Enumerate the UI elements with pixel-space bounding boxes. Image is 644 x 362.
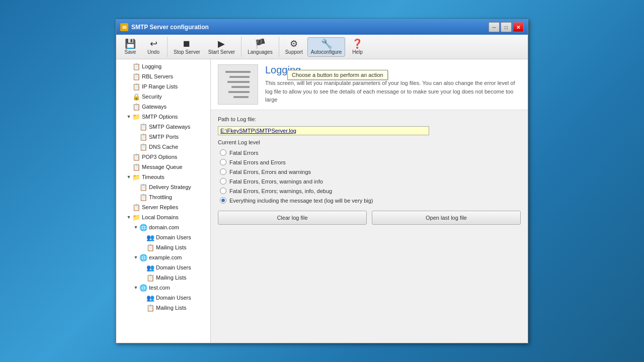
security-icon: 🔒 (132, 93, 140, 101)
sidebar-item-smtp-gateways[interactable]: 📋 SMTP Gateways (116, 122, 210, 132)
server-replies-icon: 📋 (132, 203, 140, 211)
toolbar-separator-3 (279, 37, 279, 57)
sidebar-item-throttling[interactable]: 📋 Throttling (116, 192, 210, 202)
log-line-1 (225, 71, 251, 73)
start-server-label: Start Server (208, 49, 235, 55)
log-path-input[interactable] (218, 126, 429, 135)
sidebar-item-security[interactable]: 🔒 Security (116, 92, 210, 102)
help-button[interactable]: ❓ Help (346, 37, 368, 57)
expand-icon: ▼ (132, 284, 139, 291)
sidebar-item-dns-cache[interactable]: 📋 DNS Cache (116, 142, 210, 152)
radio-fatal-errors-warnings[interactable] (220, 168, 226, 175)
title-bar: ✉ SMTP Server configuration ─ □ ✕ (116, 20, 528, 35)
sidebar-item-mailing-lists-2[interactable]: 📋 Mailing Lists (116, 273, 210, 283)
content-body: Path to Log file: Current Log level Fata… (211, 110, 528, 231)
message-queue-icon: 📋 (132, 163, 140, 171)
sidebar-item-local-domains[interactable]: ▼ 📁 Local Domains (116, 212, 210, 222)
autoconfigure-button[interactable]: 🔧 Autoconfigure (307, 37, 346, 57)
radio-row-0[interactable]: Fatal Errors (220, 149, 521, 156)
expand-icon (139, 304, 146, 311)
expand-icon: ▼ (132, 254, 139, 261)
sidebar-item-smtp-ports[interactable]: 📋 SMTP Ports (116, 132, 210, 142)
sidebar-item-domain-users-2[interactable]: 👥 Domain Users (116, 262, 210, 273)
sidebar-item-domain-com[interactable]: ▼ 🌐 domain.com (116, 222, 210, 232)
expand-icon: ▼ (132, 224, 139, 231)
expand-icon: ▼ (125, 214, 132, 221)
content-area: Logging This screen, will let you manipu… (211, 59, 528, 343)
autoconfigure-icon: 🔧 (321, 39, 332, 48)
log-line-6 (233, 96, 249, 98)
mailing-lists-icon: 📋 (146, 274, 154, 282)
expand-icon (132, 123, 139, 130)
expand-icon (139, 274, 146, 281)
radio-fatal-errors-info[interactable] (220, 178, 226, 185)
save-button[interactable]: 💾 Save (119, 37, 141, 57)
logging-icon: 📋 (132, 62, 140, 70)
radio-fatal-errors-and[interactable] (220, 159, 226, 165)
sidebar-item-test-com[interactable]: ▼ 🌐 test.com (116, 283, 210, 293)
radio-row-1[interactable]: Fatal Errors and Errors (220, 159, 521, 165)
languages-button[interactable]: 🏴 Languages (244, 37, 276, 57)
button-row: Clear log file Open last log file (218, 211, 521, 225)
expand-icon (139, 294, 146, 301)
window-title: SMTP Server configuration (131, 24, 209, 31)
sidebar-item-rbl[interactable]: 📋 RBL Servers (116, 71, 210, 81)
log-line-5 (228, 91, 250, 93)
clear-log-button[interactable]: Clear log file (218, 211, 367, 225)
log-line-2 (229, 76, 250, 78)
maximize-button[interactable]: □ (501, 22, 512, 32)
sidebar-item-domain-users-1[interactable]: 👥 Domain Users (116, 232, 210, 242)
radio-fatal-errors-debug[interactable] (220, 188, 226, 194)
expand-icon (125, 153, 132, 160)
sidebar-item-smtp-options[interactable]: ▼ 📁 SMTP Options (116, 112, 210, 122)
radio-row-2[interactable]: Fatal Errors, Errors and warnings (220, 168, 521, 175)
content-desc-text: This screen, will let you manipulate par… (265, 79, 521, 104)
sidebar-item-message-queue[interactable]: 📋 Message Queue (116, 162, 210, 172)
sidebar-item-pop3[interactable]: 📋 POP3 Options (116, 152, 210, 162)
sidebar-item-gateways[interactable]: 📋 Gateways (116, 102, 210, 112)
stop-server-button[interactable]: ⏹ Stop Server (170, 37, 204, 57)
toolbar-separator-1 (167, 37, 168, 57)
radio-row-3[interactable]: Fatal Errors, Errors, warnings and info (220, 178, 521, 185)
radio-row-4[interactable]: Fatal Errors, Errors; warnings, info, de… (220, 188, 521, 194)
support-button[interactable]: ⚙ Support (282, 37, 306, 57)
stop-server-label: Stop Server (174, 49, 200, 55)
example-com-icon: 🌐 (139, 253, 147, 261)
open-log-button[interactable]: Open last log file (372, 211, 521, 225)
log-line-3 (227, 81, 250, 83)
minimize-button[interactable]: ─ (489, 22, 500, 32)
sidebar-item-logging[interactable]: 📋 Logging (116, 61, 210, 71)
radio-group: Fatal Errors Fatal Errors and Errors Fat… (220, 149, 521, 204)
rbl-icon: 📋 (132, 72, 140, 80)
expand-icon (125, 163, 132, 170)
sidebar-item-mailing-lists-3[interactable]: 📋 Mailing Lists (116, 303, 210, 313)
expand-icon (132, 133, 139, 140)
expand-icon (139, 264, 146, 271)
expand-icon: ▼ (125, 113, 132, 120)
sidebar-item-timeouts[interactable]: ▼ 📁 Timeouts (116, 172, 210, 182)
sidebar-item-ip-range[interactable]: 📋 IP Range Lists (116, 81, 210, 92)
radio-fatal-errors[interactable] (220, 149, 226, 156)
mailing-lists-icon: 📋 (146, 304, 154, 312)
radio-label-4: Fatal Errors, Errors; warnings, info, de… (229, 188, 332, 194)
radio-everything[interactable] (220, 197, 226, 204)
sidebar-item-mailing-lists-1[interactable]: 📋 Mailing Lists (116, 242, 210, 252)
smtp-ports-icon: 📋 (139, 133, 147, 141)
expand-icon (132, 143, 139, 150)
undo-button[interactable]: ↩ Undo (142, 37, 165, 57)
save-icon: 💾 (125, 39, 136, 48)
toolbar: 💾 Save ↩ Undo ⏹ Stop Server ▶ Start Serv… (116, 35, 528, 59)
sidebar-item-domain-users-3[interactable]: 👥 Domain Users (116, 293, 210, 303)
support-icon: ⚙ (290, 39, 298, 48)
sidebar-item-delivery-strategy[interactable]: 📋 Delivery Strategy (116, 182, 210, 192)
sidebar-item-example-com[interactable]: ▼ 🌐 example.com (116, 252, 210, 262)
sidebar-item-server-replies[interactable]: 📋 Server Replies (116, 202, 210, 212)
expand-icon: ▼ (125, 173, 132, 180)
help-label: Help (352, 49, 363, 55)
expand-icon (125, 103, 132, 110)
close-button[interactable]: ✕ (513, 22, 524, 32)
expand-icon (139, 234, 146, 241)
radio-row-5[interactable]: Everything including the message text (l… (220, 197, 521, 204)
expand-icon (139, 244, 146, 251)
start-server-button[interactable]: ▶ Start Server (205, 37, 238, 57)
